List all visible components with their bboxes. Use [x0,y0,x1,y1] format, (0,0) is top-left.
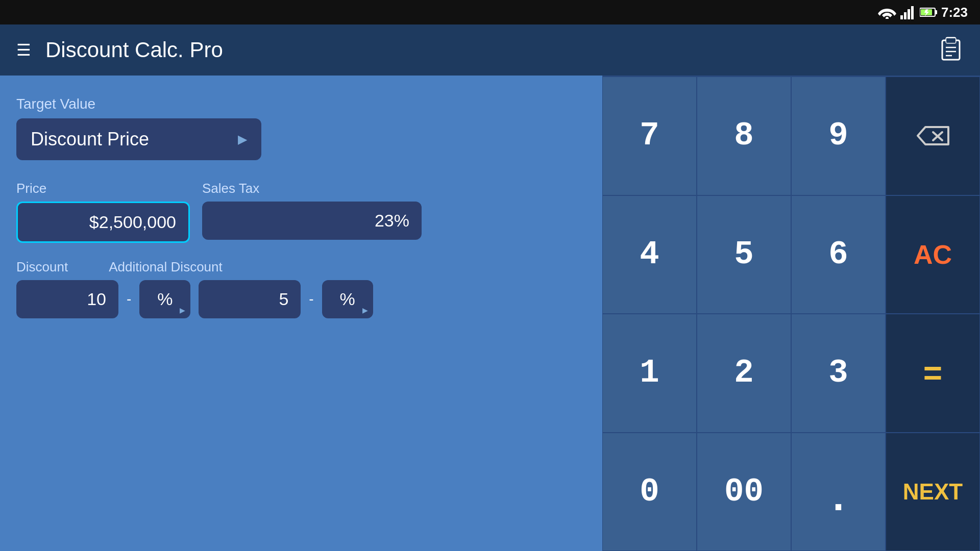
numpad-8[interactable]: 8 [697,77,791,195]
additional-discount-unit-arrow: ▶ [362,306,368,314]
status-time: 7:23 [941,5,968,20]
battery-icon [920,7,937,18]
digit-5-display: 5 [734,236,753,273]
discount-unit-dropdown[interactable]: % ▶ [139,280,190,318]
signal-icon [900,5,916,19]
numpad-5[interactable]: 5 [697,195,791,314]
decimal-display: . [826,461,850,522]
next-label: NEXT [903,479,963,505]
discount-unit-arrow: ▶ [180,306,185,314]
numpad-3[interactable]: 3 [791,314,886,433]
additional-discount-unit-value: % [340,289,355,309]
clipboard-icon [938,35,964,61]
additional-discount-label: Additional Discount [109,259,223,275]
additional-discount-separator: - [309,291,313,318]
main-content: Target Value Discount Price ▶ Price $2,5… [0,76,980,551]
numpad-00[interactable]: 00 [697,433,791,552]
digit-9-display: 9 [828,117,848,154]
status-bar: 7:23 [0,0,980,24]
numpad-4[interactable]: 4 [602,195,697,314]
header-menu-button[interactable] [938,35,964,65]
left-panel: Target Value Discount Price ▶ Price $2,5… [0,76,602,551]
digit-2-display: 2 [734,355,753,391]
discount-label: Discount [16,259,68,275]
numpad-7[interactable]: 7 [602,77,697,195]
numpad-6[interactable]: 6 [791,195,886,314]
target-value-label: Target Value [16,96,586,112]
sales-tax-label: Sales Tax [202,181,422,196]
status-icons: 7:23 [878,5,968,20]
digit-8-display: 8 [734,117,753,154]
svg-rect-10 [946,38,955,43]
backspace-icon [915,123,951,148]
equals-label: = [923,354,942,392]
numpad-next[interactable]: NEXT [886,433,980,552]
numpad-equals[interactable]: = [886,314,980,433]
discount-unit-value: % [157,289,173,309]
price-salestax-row: Price $2,500,000 Sales Tax 23% [16,181,586,243]
numpad: 7 8 9 4 5 6 AC 1 [602,76,980,551]
header-left: ☰ Discount Calc. Pro [16,38,223,62]
numpad-1[interactable]: 1 [602,314,697,433]
ac-label: AC [914,239,952,270]
hamburger-menu-icon[interactable]: ☰ [16,40,31,60]
additional-discount-unit-dropdown[interactable]: % ▶ [322,280,373,318]
sales-tax-field-group: Sales Tax 23% [202,181,422,243]
svg-rect-4 [911,6,914,19]
digit-3-display: 3 [828,355,848,391]
numpad-decimal[interactable]: . [791,433,886,552]
price-label: Price [16,181,190,196]
svg-rect-1 [900,15,903,19]
dropdown-arrow-icon: ▶ [238,132,247,146]
svg-point-0 [886,17,889,19]
digit-4-display: 4 [640,236,659,273]
discount-separator: - [127,291,131,318]
header: ☰ Discount Calc. Pro [0,24,980,76]
digit-6-display: 6 [828,236,848,273]
numpad-9[interactable]: 9 [791,77,886,195]
numpad-ac[interactable]: AC [886,195,980,314]
discount-section: Discount Additional Discount 10 - % ▶ 5 … [16,259,586,318]
additional-discount-value-input[interactable]: 5 [199,280,301,318]
wifi-icon [878,6,896,19]
target-value-dropdown[interactable]: Discount Price ▶ [16,118,261,160]
numpad-2[interactable]: 2 [697,314,791,433]
numpad-0[interactable]: 0 [602,433,697,552]
digit-0-display: 0 [640,473,659,510]
digit-1-display: 1 [640,355,659,391]
svg-rect-6 [935,10,937,14]
price-field-group: Price $2,500,000 [16,181,190,243]
discount-value-input[interactable]: 10 [16,280,118,318]
svg-rect-2 [904,12,906,19]
discount-inputs-row: 10 - % ▶ 5 - % ▶ [16,280,586,318]
svg-rect-3 [908,9,910,19]
app-title: Discount Calc. Pro [45,38,223,62]
sales-tax-input[interactable]: 23% [202,202,422,240]
digit-00-display: 00 [724,473,764,510]
digit-7-display: 7 [640,117,659,154]
price-input[interactable]: $2,500,000 [16,202,190,243]
numpad-backspace[interactable] [886,77,980,195]
target-value-section: Target Value Discount Price ▶ [16,96,586,160]
target-value-selected: Discount Price [31,129,149,150]
